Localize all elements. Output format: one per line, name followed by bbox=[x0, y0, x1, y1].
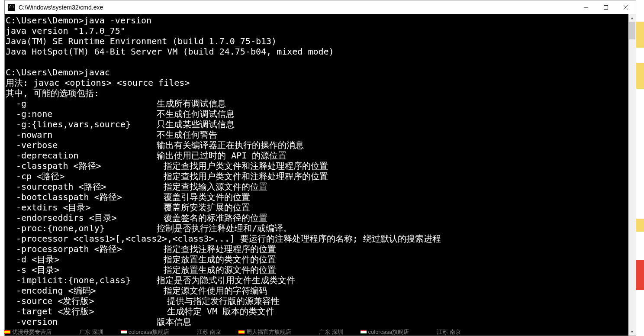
terminal-scrollbar[interactable]: ▲ ▼ bbox=[628, 14, 636, 336]
shop-name: colorcasa旗舰店 bbox=[368, 328, 409, 336]
shop-item[interactable]: 优漫母婴专营店广东 深圳 bbox=[4, 328, 103, 336]
flag-icon bbox=[121, 330, 127, 334]
window-title: C:\Windows\system32\cmd.exe bbox=[19, 4, 576, 11]
scrollbar-thumb[interactable] bbox=[629, 22, 635, 39]
background-shop-row: 优漫母婴专营店广东 深圳colorcasa旗舰店江苏 南京周大福官方旗舰店广东 … bbox=[4, 328, 641, 336]
shop-location: 广东 深圳 bbox=[79, 328, 103, 336]
shop-name: colorcasa旗舰店 bbox=[129, 328, 170, 336]
cmd-window: C:\ C:\Windows\system32\cmd.exe C:\Users… bbox=[4, 0, 636, 336]
shop-location: 江苏 南京 bbox=[197, 328, 221, 336]
minimize-button[interactable] bbox=[576, 0, 596, 14]
terminal-output[interactable]: C:\Users\Demon>java -version java versio… bbox=[5, 14, 636, 336]
terminal-text: C:\Users\Demon>java -version java versio… bbox=[6, 15, 441, 327]
shop-item[interactable]: colorcasa旗舰店江苏 南京 bbox=[361, 328, 461, 336]
close-button[interactable] bbox=[616, 0, 636, 14]
flag-icon bbox=[361, 330, 367, 334]
shop-name: 周大福官方旗舰店 bbox=[246, 328, 291, 336]
svg-rect-1 bbox=[604, 5, 608, 9]
titlebar[interactable]: C:\ C:\Windows\system32\cmd.exe bbox=[5, 0, 636, 14]
maximize-button[interactable] bbox=[596, 0, 616, 14]
shop-item[interactable]: 周大福官方旗舰店广东 深圳 bbox=[238, 328, 343, 336]
flag-icon bbox=[4, 330, 10, 334]
background-strip bbox=[636, 0, 644, 336]
scrollbar-up-icon[interactable]: ▲ bbox=[628, 14, 636, 22]
window-controls bbox=[576, 0, 636, 14]
shop-location: 广东 深圳 bbox=[319, 328, 343, 336]
shop-location: 江苏 南京 bbox=[437, 328, 461, 336]
cmd-icon: C:\ bbox=[8, 4, 15, 11]
shop-name: 优漫母婴专营店 bbox=[12, 328, 52, 336]
flag-icon bbox=[238, 330, 245, 334]
shop-item[interactable]: colorcasa旗舰店江苏 南京 bbox=[121, 328, 221, 336]
